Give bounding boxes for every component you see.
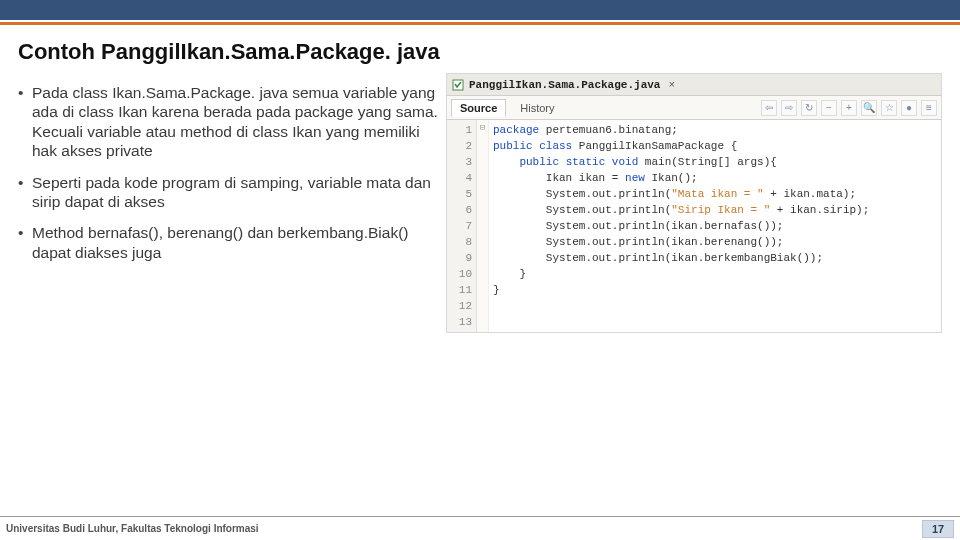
header-bar: [0, 0, 960, 20]
editor-tab-filename[interactable]: PanggilIkan.Sama.Package.java: [469, 79, 660, 91]
find-icon[interactable]: 🔍: [861, 100, 877, 116]
list-item: • Pada class Ikan.Sama.Package. java sem…: [18, 83, 438, 161]
bullet-text: Pada class Ikan.Sama.Package. java semua…: [32, 83, 438, 161]
nav-back-icon[interactable]: ⇦: [761, 100, 777, 116]
bullet-list: • Pada class Ikan.Sama.Package. java sem…: [18, 73, 438, 333]
page-number: 17: [922, 520, 954, 538]
slide-title: Contoh PanggilIkan.Sama.Package. java: [0, 25, 960, 73]
close-tab-icon[interactable]: ×: [664, 79, 679, 91]
editor-tabbar: PanggilIkan.Sama.Package.java ×: [447, 74, 941, 96]
break-icon[interactable]: ●: [901, 100, 917, 116]
list-item: • Method bernafas(), berenang() dan berk…: [18, 223, 438, 262]
bullet-text: Seperti pada kode program di samping, va…: [32, 173, 438, 212]
zoom-out-icon[interactable]: −: [821, 100, 837, 116]
source-code[interactable]: package pertemuan6.binatang;public class…: [489, 120, 941, 332]
fold-gutter: ⊟: [477, 120, 489, 332]
footer-text: Universitas Budi Luhur, Fakultas Teknolo…: [6, 523, 259, 534]
bullet-text: Method bernafas(), berenang() dan berkem…: [32, 223, 438, 262]
code-editor: PanggilIkan.Sama.Package.java × Source H…: [446, 73, 942, 333]
refresh-icon[interactable]: ↻: [801, 100, 817, 116]
bookmark-icon[interactable]: ☆: [881, 100, 897, 116]
editor-toolbar-icons: ⇦ ⇨ ↻ − + 🔍 ☆ ● ≡: [761, 100, 937, 116]
nav-fwd-icon[interactable]: ⇨: [781, 100, 797, 116]
editor-subbar: Source History ⇦ ⇨ ↻ − + 🔍 ☆ ● ≡: [447, 96, 941, 120]
java-file-icon: [451, 78, 465, 92]
line-gutter: 1 2 3 4 5 6 7 8 9 10 11 12 13: [447, 120, 477, 332]
tab-history[interactable]: History: [512, 100, 562, 116]
zoom-in-icon[interactable]: +: [841, 100, 857, 116]
bullet-dot: •: [18, 83, 32, 161]
bullet-dot: •: [18, 223, 32, 262]
slide-footer: Universitas Budi Luhur, Fakultas Teknolo…: [0, 516, 960, 540]
format-icon[interactable]: ≡: [921, 100, 937, 116]
tab-source[interactable]: Source: [451, 99, 506, 117]
list-item: • Seperti pada kode program di samping, …: [18, 173, 438, 212]
bullet-dot: •: [18, 173, 32, 212]
